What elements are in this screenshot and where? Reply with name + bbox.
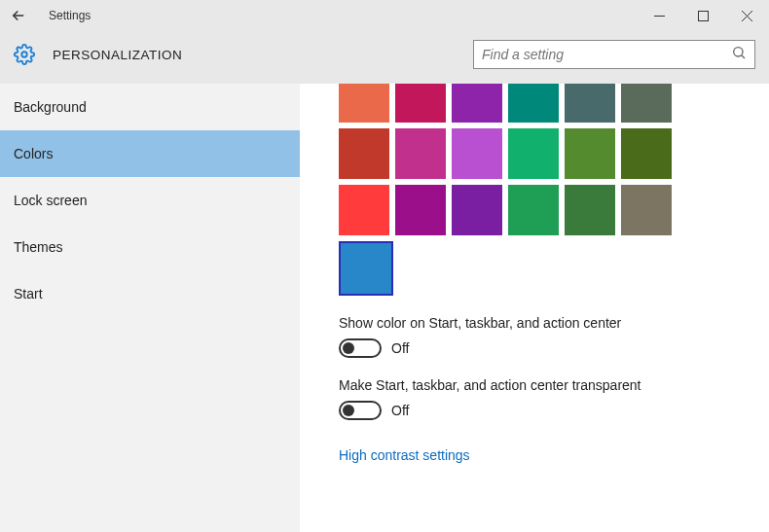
color-swatch[interactable] — [452, 84, 502, 123]
color-swatch[interactable] — [565, 128, 615, 179]
color-swatch[interactable] — [339, 84, 389, 123]
svg-point-2 — [21, 52, 27, 57]
transparency-label: Make Start, taskbar, and action center t… — [339, 377, 769, 393]
color-swatch[interactable] — [565, 185, 615, 235]
search-icon — [731, 45, 747, 64]
color-swatch[interactable] — [395, 185, 446, 235]
high-contrast-link[interactable]: High contrast settings — [339, 447, 470, 463]
sidebar-item-label: Themes — [14, 239, 63, 255]
transparency-state: Off — [391, 403, 409, 418]
main-panel: Show color on Start, taskbar, and action… — [300, 84, 769, 532]
transparency-toggle-row: Off — [339, 401, 769, 420]
window-controls — [638, 0, 769, 31]
color-swatch-selected[interactable] — [339, 241, 393, 296]
minimize-icon — [654, 11, 665, 21]
sidebar-item-label: Start — [14, 286, 43, 301]
color-swatch[interactable] — [565, 84, 615, 123]
sidebar-item-lockscreen[interactable]: Lock screen — [0, 177, 300, 224]
sidebar-item-background[interactable]: Background — [0, 84, 300, 130]
page-title: PERSONALIZATION — [53, 48, 182, 62]
color-swatch[interactable] — [395, 84, 446, 123]
sidebar-item-label: Background — [14, 99, 87, 115]
sidebar-item-label: Lock screen — [14, 193, 87, 208]
color-swatch[interactable] — [395, 128, 446, 179]
color-swatch[interactable] — [452, 185, 502, 235]
search-input[interactable] — [482, 47, 731, 62]
close-button[interactable] — [725, 0, 769, 31]
back-button[interactable] — [10, 7, 39, 24]
close-icon — [742, 11, 752, 21]
toggle-knob — [343, 342, 354, 354]
minimize-button[interactable] — [638, 0, 681, 31]
svg-rect-0 — [654, 16, 665, 17]
titlebar: Settings — [0, 0, 769, 31]
color-swatch[interactable] — [621, 185, 672, 235]
color-swatch[interactable] — [508, 128, 559, 179]
color-swatch[interactable] — [339, 128, 389, 179]
back-arrow-icon — [10, 7, 27, 24]
svg-point-3 — [734, 48, 743, 56]
color-swatch-grid — [339, 84, 769, 296]
color-swatch[interactable] — [621, 128, 672, 179]
window-title: Settings — [49, 9, 91, 22]
swatch-row — [339, 241, 769, 296]
show-color-label: Show color on Start, taskbar, and action… — [339, 315, 769, 331]
show-color-state: Off — [391, 340, 409, 356]
sidebar: Background Colors Lock screen Themes Sta… — [0, 84, 300, 532]
show-color-toggle[interactable] — [339, 338, 382, 358]
maximize-icon — [698, 11, 709, 21]
gear-icon — [14, 44, 35, 65]
swatch-row — [339, 128, 769, 179]
color-swatch[interactable] — [508, 84, 559, 123]
color-swatch[interactable] — [621, 84, 672, 123]
color-swatch[interactable] — [452, 128, 502, 179]
sidebar-item-label: Colors — [14, 146, 53, 161]
sidebar-item-colors[interactable]: Colors — [0, 130, 300, 177]
svg-rect-1 — [699, 11, 709, 20]
show-color-toggle-row: Off — [339, 338, 769, 358]
maximize-button[interactable] — [681, 0, 725, 31]
toggle-knob — [343, 405, 354, 416]
color-swatch[interactable] — [508, 185, 559, 235]
content: Background Colors Lock screen Themes Sta… — [0, 84, 769, 532]
sidebar-item-start[interactable]: Start — [0, 270, 300, 317]
svg-line-4 — [742, 55, 745, 58]
search-box[interactable] — [473, 40, 755, 69]
swatch-row — [339, 185, 769, 235]
transparency-toggle[interactable] — [339, 401, 382, 420]
header: PERSONALIZATION — [0, 31, 769, 84]
swatch-row — [339, 84, 769, 123]
color-swatch[interactable] — [339, 185, 389, 235]
sidebar-item-themes[interactable]: Themes — [0, 224, 300, 270]
